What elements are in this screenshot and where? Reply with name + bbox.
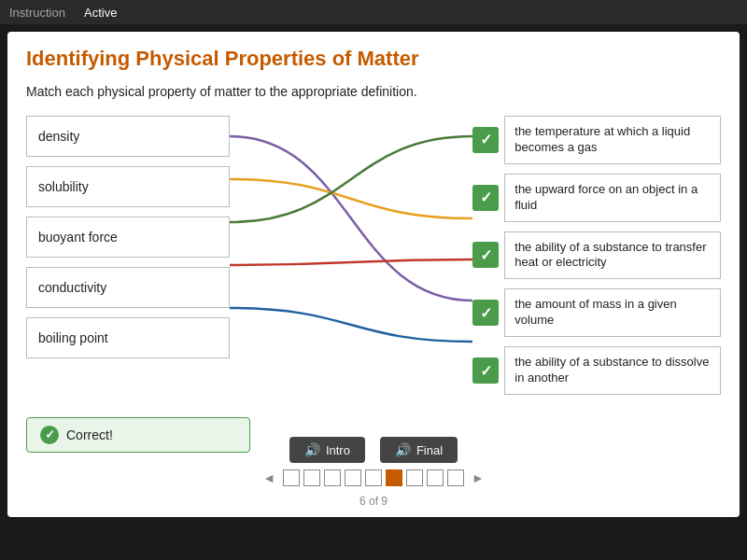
- intro-button[interactable]: 🔊 Intro: [289, 437, 365, 463]
- right-row-1: the temperature at which a liquid become…: [472, 116, 721, 164]
- right-item-3: the ability of a substance to transfer h…: [504, 231, 721, 280]
- intro-label: Intro: [326, 443, 350, 457]
- page-dot-2[interactable]: [303, 469, 320, 486]
- right-item-2: the upward force on an object in a fluid: [504, 174, 721, 222]
- left-item-solubility[interactable]: solubility: [26, 166, 230, 207]
- check-2: [472, 185, 499, 211]
- right-row-3: the ability of a substance to transfer h…: [472, 231, 721, 280]
- right-row-5: the ability of a substance to dissolve i…: [472, 346, 721, 395]
- prev-page-arrow[interactable]: ◄: [259, 469, 279, 487]
- matching-area: density solubility buoyant force conduct…: [26, 116, 721, 404]
- check-4: [472, 300, 499, 326]
- top-bar: Instruction Active: [0, 0, 747, 24]
- speaker-icon-intro: 🔊: [304, 442, 320, 457]
- instruction-text: Match each physical property of matter t…: [26, 84, 721, 99]
- check-1: [472, 127, 499, 153]
- page-dot-5[interactable]: [365, 469, 382, 486]
- right-items-list: the temperature at which a liquid become…: [472, 116, 721, 404]
- page-dot-9[interactable]: [447, 469, 464, 486]
- pagination-bar: ◄ ►: [259, 469, 488, 487]
- page-number: 6 of 9: [359, 495, 388, 508]
- right-item-5: the ability of a substance to dissolve i…: [504, 346, 721, 395]
- right-item-4: the amount of mass in a given volume: [504, 288, 721, 337]
- page-dot-6[interactable]: [386, 469, 402, 486]
- speaker-icon-final: 🔊: [395, 442, 411, 457]
- check-3: [472, 242, 499, 268]
- bottom-bar: 🔊 Intro 🔊 Final ◄ ► 6 of 9: [7, 437, 740, 508]
- page-dot-1[interactable]: [283, 469, 300, 486]
- next-page-arrow[interactable]: ►: [468, 469, 488, 487]
- page-dot-3[interactable]: [324, 469, 341, 486]
- content-area: Identifying Physical Properties of Matte…: [7, 32, 740, 517]
- left-items-list: density solubility buoyant force conduct…: [26, 116, 230, 358]
- right-row-2: the upward force on an object in a fluid: [472, 174, 721, 222]
- final-label: Final: [416, 443, 443, 457]
- page-dot-8[interactable]: [427, 469, 444, 486]
- left-item-density[interactable]: density: [26, 116, 230, 157]
- right-item-1: the temperature at which a liquid become…: [504, 116, 721, 164]
- page-dot-7[interactable]: [406, 469, 423, 486]
- right-row-4: the amount of mass in a given volume: [472, 288, 721, 337]
- final-button[interactable]: 🔊 Final: [380, 437, 458, 463]
- nav-buttons: 🔊 Intro 🔊 Final: [289, 437, 458, 463]
- left-item-boiling-point[interactable]: boiling point: [26, 317, 230, 358]
- active-tab-label[interactable]: Active: [84, 6, 117, 20]
- page-title: Identifying Physical Properties of Matte…: [26, 47, 721, 71]
- left-item-buoyant-force[interactable]: buoyant force: [26, 217, 230, 258]
- instruction-tab-label[interactable]: Instruction: [9, 6, 65, 20]
- connecting-lines: [230, 116, 472, 349]
- page-dot-4[interactable]: [345, 469, 361, 486]
- check-5: [472, 357, 499, 384]
- left-item-conductivity[interactable]: conductivity: [26, 267, 230, 308]
